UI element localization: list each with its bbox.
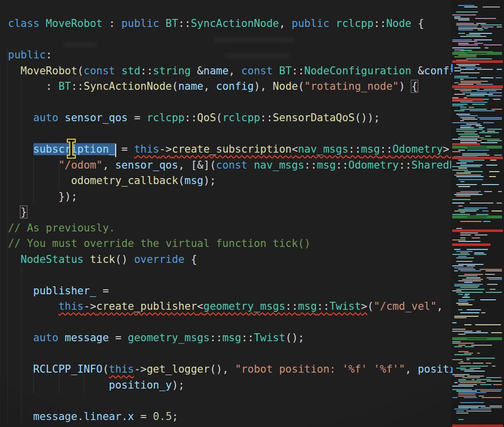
minimap-line <box>458 168 467 169</box>
minimap-line <box>458 384 477 385</box>
minimap-line <box>458 299 475 300</box>
minimap-line <box>458 407 479 408</box>
minimap-line <box>460 117 475 118</box>
minimap-line <box>456 391 477 392</box>
minimap-line <box>452 203 465 204</box>
code-line[interactable] <box>8 32 451 48</box>
minimap-line <box>462 153 487 154</box>
minimap-line <box>456 303 469 304</box>
code-token: (); <box>285 332 304 344</box>
code-token: { <box>411 80 418 92</box>
code-token: "rotating_node" <box>304 80 399 92</box>
code-line[interactable]: auto sensor_qos = rclcpp::QoS(rclcpp::Se… <box>8 110 451 126</box>
minimap-line <box>454 77 477 78</box>
minimap-line <box>475 234 488 235</box>
minimap-line <box>454 284 483 285</box>
code-token: publisher_ <box>33 285 96 297</box>
code-token: tick <box>90 253 115 265</box>
code-line[interactable]: } <box>8 205 451 220</box>
minimap-line <box>458 29 473 30</box>
code-token: & <box>191 65 203 77</box>
code-area[interactable]: class MoveRobot : public BT::SyncActionN… <box>0 0 451 427</box>
minimap-line <box>460 181 465 182</box>
code-line[interactable]: this->create_publisher<geometry_msgs::ms… <box>8 299 451 315</box>
minimap-line <box>452 374 470 375</box>
code-line[interactable]: "/odom", sensor_qos, [&](const nav_msgs:… <box>8 158 451 174</box>
minimap-line <box>460 312 480 313</box>
code-line[interactable] <box>8 393 451 409</box>
code-token: = <box>128 112 147 124</box>
code-line[interactable]: MoveRobot(const std::string &name, const… <box>8 63 451 79</box>
minimap-line <box>454 110 465 111</box>
code-line[interactable]: public: <box>8 47 451 63</box>
minimap-line <box>454 354 472 355</box>
code-token <box>8 285 33 297</box>
minimap-line <box>456 413 469 414</box>
code-line[interactable] <box>8 95 451 111</box>
code-token <box>58 112 65 124</box>
code-line[interactable]: NodeStatus tick() override { <box>8 252 451 268</box>
minimap-line <box>467 359 470 360</box>
code-line[interactable]: publisher_ = <box>8 283 451 299</box>
code-token: name <box>203 65 229 77</box>
code-line[interactable]: RCLCPP_INFO(this->get_logger(), "robot p… <box>8 362 451 378</box>
code-line[interactable]: position_y); <box>8 378 451 394</box>
minimap-line <box>475 18 496 19</box>
minimap-line <box>452 199 471 200</box>
minimap-separator-band <box>452 337 502 340</box>
minimap-line <box>489 279 502 280</box>
code-token: } <box>20 206 27 218</box>
minimap-line <box>454 267 474 268</box>
code-token: < <box>197 300 203 312</box>
minimap-line <box>466 411 492 412</box>
minimap-line <box>474 252 484 253</box>
code-token <box>8 112 33 124</box>
minimap-line <box>460 382 486 383</box>
code-line[interactable]: // As previously. <box>8 220 451 236</box>
minimap-line <box>452 389 472 390</box>
code-line[interactable] <box>8 315 451 331</box>
minimap-line <box>458 406 486 407</box>
minimap-line <box>478 117 502 118</box>
minimap-line <box>454 76 469 77</box>
code-token: :: <box>348 143 361 155</box>
minimap-line <box>477 353 480 354</box>
minimap-line <box>461 82 482 83</box>
code-line[interactable]: message.linear.x = 0.5; <box>8 409 451 425</box>
minimap-line <box>480 269 502 270</box>
code-line[interactable]: auto message = geometry_msgs::msg::Twist… <box>8 330 451 346</box>
minimap-line <box>481 24 502 25</box>
code-line[interactable]: odometry_callback(msg); <box>8 173 451 189</box>
code-token: create_publisher <box>96 300 197 312</box>
code-token: :: <box>260 112 273 124</box>
minimap[interactable] <box>451 0 504 427</box>
minimap-line <box>452 397 458 398</box>
code-token: :: <box>336 159 348 171</box>
minimap-line <box>470 94 494 95</box>
minimap-line <box>485 136 491 137</box>
code-token: class <box>8 17 46 29</box>
code-token: const <box>241 65 279 77</box>
minimap-line <box>460 36 487 37</box>
minimap-line <box>458 269 476 270</box>
code-line[interactable]: : BT::SyncActionNode(name, config), Node… <box>8 79 451 95</box>
code-token: this <box>109 363 134 375</box>
code-token: SensorDataQoS <box>273 112 354 124</box>
code-token: position_y <box>109 379 171 391</box>
code-line[interactable] <box>8 267 451 283</box>
code-line[interactable]: class MoveRobot : public BT::SyncActionN… <box>8 16 451 32</box>
code-token: public <box>122 17 166 29</box>
code-line[interactable]: }); <box>8 189 451 205</box>
minimap-line <box>475 389 502 390</box>
minimap-line <box>486 377 502 378</box>
code-line[interactable]: // You must override the virtual functio… <box>8 236 451 252</box>
minimap-error-band <box>452 243 491 246</box>
minimap-line <box>460 125 472 126</box>
minimap-line <box>458 150 465 151</box>
minimap-edge-decoration <box>451 367 453 373</box>
code-token: auto <box>33 332 59 344</box>
minimap-line <box>460 161 474 162</box>
minimap-line <box>458 5 475 6</box>
code-line[interactable] <box>8 346 451 362</box>
minimap-line <box>458 26 478 27</box>
